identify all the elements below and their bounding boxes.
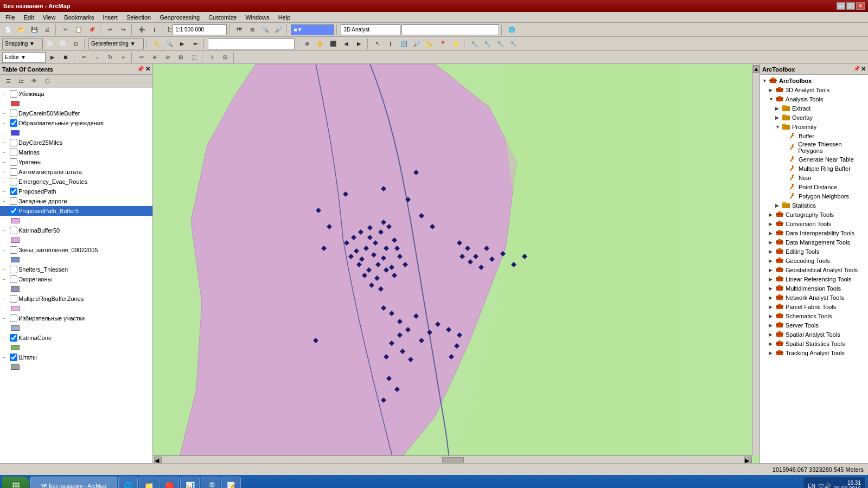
taskbar-app-explorer[interactable]: 📁 (139, 477, 158, 488)
zoom-full-btn[interactable]: ⊞ (246, 24, 258, 35)
toc-pin[interactable]: 📌 (137, 66, 144, 73)
edit-pencil[interactable]: ✏ (78, 52, 90, 63)
atb-close[interactable]: ✕ (861, 66, 866, 73)
toc-layer-1[interactable]: −DayCarein50MileBuffer (0, 108, 152, 118)
layer-checkbox[interactable] (10, 149, 17, 156)
toc-layer-14[interactable]: −Экорегионы (0, 274, 152, 284)
select-btn[interactable]: ↖ (372, 38, 384, 49)
editor-dropdown[interactable]: Editor ▼ (2, 52, 46, 63)
toc-list-view[interactable]: ☰ (2, 76, 14, 87)
nav-btn1[interactable]: ◀ (340, 38, 352, 49)
taskbar-app-search[interactable]: 🔎 (201, 477, 220, 488)
menu-edit[interactable]: Edit (21, 13, 37, 22)
atb-item-24[interactable]: ▶Parcel Fabric Tools (760, 302, 868, 311)
layer-checkbox[interactable] (10, 188, 17, 195)
edit-rotate[interactable]: ↻ (104, 52, 116, 63)
hscroll-left[interactable]: ◀ (154, 457, 162, 463)
route-btn[interactable]: 📍 (437, 38, 449, 49)
measure-tool-btn[interactable]: 📐 (424, 38, 436, 49)
color-dropdown[interactable]: ■▼ (291, 24, 334, 35)
layer-checkbox[interactable] (10, 110, 17, 117)
atb-item-0[interactable]: ▼ArcToolbox (760, 76, 868, 85)
toc-layer-17[interactable]: −KatrinaCone (0, 333, 152, 343)
taskbar-app-opera[interactable]: 🔴 (159, 477, 179, 488)
add-data-btn[interactable]: ➕ (136, 24, 148, 35)
more-tools2[interactable]: 🔧 (481, 38, 493, 49)
close-button[interactable]: ✕ (856, 2, 865, 10)
redo-btn[interactable]: ↪ (117, 24, 129, 35)
layer-checkbox[interactable] (10, 334, 17, 342)
taskbar-app-word[interactable]: 📝 (221, 477, 241, 488)
atb-item-17[interactable]: ▶Data Management Tools (760, 237, 868, 247)
atb-item-14[interactable]: ▶Cartography Tools (760, 210, 868, 219)
toc-layer-8[interactable]: −ProposedPath (0, 187, 152, 196)
atb-item-7[interactable]: Create Thiessen Polygons (760, 140, 868, 155)
layer-checkbox[interactable] (10, 207, 17, 215)
atb-item-9[interactable]: Multiple Ring Buffer (760, 164, 868, 173)
menu-customize[interactable]: Customize (205, 13, 240, 22)
snap-tb2[interactable]: ⬜ (57, 38, 69, 49)
atb-item-27[interactable]: ▶Spatial Analyst Tools (760, 330, 868, 339)
toc-layer-5[interactable]: −Ураганы (0, 157, 152, 167)
edit-split[interactable]: ⊘ (162, 52, 174, 63)
atb-item-16[interactable]: ▶Data Interoperability Tools (760, 228, 868, 237)
identify-btn[interactable]: ℹ (149, 24, 161, 35)
print-btn[interactable]: 🖨 (41, 24, 53, 35)
atb-pin[interactable]: 📌 (853, 66, 860, 73)
zoom-out-btn[interactable]: 🔎 (272, 24, 284, 35)
atb-item-8[interactable]: Generate Near Table (760, 155, 868, 164)
menu-help[interactable]: Help (275, 13, 294, 22)
zoom-box-btn[interactable]: ⬛ (327, 38, 339, 49)
nav-btn2[interactable]: ▶ (353, 38, 365, 49)
taskbar-app-arcmap[interactable]: 🗺Без названия - ArcMap (30, 477, 117, 488)
toc-layer-15[interactable]: −MultipleRingBufferZones (0, 294, 152, 304)
menu-bookmarks[interactable]: Bookmarks (61, 13, 97, 22)
more-tools3[interactable]: 🔧 (494, 38, 506, 49)
map-container[interactable]: ◀ ▶ ▲ (153, 64, 760, 463)
vscroll-up[interactable]: ▲ (753, 65, 760, 73)
info-btn[interactable]: ℹ (385, 38, 397, 49)
layer-checkbox[interactable] (10, 227, 17, 234)
edit-node[interactable]: ⬦ (91, 52, 103, 63)
layer-checkbox[interactable] (10, 295, 17, 303)
atb-item-10[interactable]: Near (760, 173, 868, 182)
atb-item-23[interactable]: ▶Network Analyst Tools (760, 293, 868, 302)
hscroll-right[interactable]: ▶ (744, 457, 752, 463)
atb-item-15[interactable]: ▶Conversion Tools (760, 219, 868, 228)
edit-merge[interactable]: ⊕ (149, 52, 161, 63)
layer-checkbox[interactable] (10, 197, 17, 205)
toc-layer-9[interactable]: −Западные дороги (0, 196, 152, 206)
toc-layer-12[interactable]: −Зоны_затопления_09022005 (0, 245, 152, 255)
bookmark-btn[interactable]: ⭐ (450, 38, 462, 49)
edit-play[interactable]: ▶ (47, 52, 59, 63)
find-btn[interactable]: 🔍 (163, 38, 175, 49)
atb-item-18[interactable]: ▶Editing Tools (760, 247, 868, 256)
toc-layer-18[interactable]: −Штаты (0, 352, 152, 362)
layer-checkbox[interactable] (10, 354, 17, 361)
atb-item-5[interactable]: ▼Proximity (760, 122, 868, 131)
layer-checkbox[interactable] (10, 246, 17, 254)
menu-selection[interactable]: Selection (123, 13, 154, 22)
measure-btn[interactable]: 📏 (150, 38, 162, 49)
toc-layer-0[interactable]: −Убежища (0, 89, 152, 99)
pan-btn[interactable]: ✋ (314, 38, 326, 49)
atb-item-4[interactable]: ▶Overlay (760, 113, 868, 122)
start-button[interactable]: ⊞ (2, 477, 29, 488)
atb-item-28[interactable]: ▶Spatial Statistics Tools (760, 339, 868, 348)
layer-checkbox[interactable] (10, 168, 17, 176)
atb-item-11[interactable]: Point Distance (760, 182, 868, 191)
layer-checkbox[interactable] (10, 119, 17, 127)
toc-layer-16[interactable]: −Избирательные участки (0, 313, 152, 323)
snapping-dropdown[interactable]: Snapping ▼ (2, 38, 43, 49)
atb-item-25[interactable]: ▶Schematics Tools (760, 311, 868, 320)
map-vscrollbar[interactable]: ▲ (752, 64, 760, 455)
menu-view[interactable]: View (40, 13, 59, 22)
minimize-button[interactable]: — (837, 2, 845, 10)
search-btn[interactable]: 🔎 (411, 38, 423, 49)
copy-btn[interactable]: 📋 (73, 24, 85, 35)
edit-more1[interactable]: ⊞ (175, 52, 187, 63)
zoom-wheel-btn[interactable]: ⊕ (301, 38, 313, 49)
back-btn[interactable]: ⬅ (189, 38, 201, 49)
toc-layer-6[interactable]: −Автомагистрали штата (0, 167, 152, 177)
toc-layer-10[interactable]: −ProposedPath_Buffer5 (0, 206, 152, 216)
